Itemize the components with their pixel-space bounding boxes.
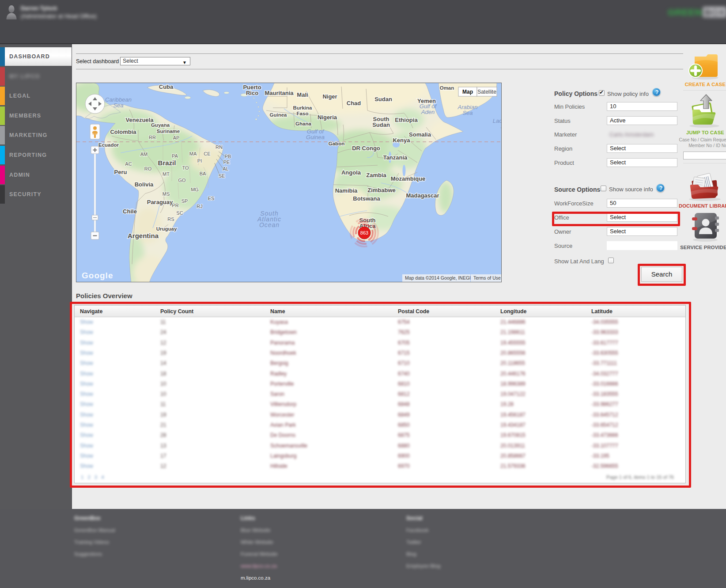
page-link[interactable]: 1	[81, 474, 83, 480]
footer-link[interactable]: Funeral Website	[241, 551, 278, 557]
google-logo: Google	[82, 271, 113, 280]
footer-link[interactable]: Employee Blog	[406, 563, 440, 569]
cell-latitude: -33.016666	[591, 381, 618, 387]
form-select[interactable]: Select	[607, 213, 677, 222]
map-label: AL	[223, 166, 228, 171]
cell-navigate[interactable]: Show	[80, 350, 93, 356]
select-dashboard-label: Select dashboard	[76, 58, 119, 64]
sidebar-item-dashboard[interactable]: DASHBOARD	[0, 47, 72, 67]
sidebar-item-reporting[interactable]: REPORTING	[0, 146, 72, 166]
sidebar-item-label: SECURITY	[9, 185, 42, 204]
map-label: Chile	[123, 208, 137, 215]
footer-link[interactable]: Blue Website	[241, 527, 278, 533]
cell-navigate[interactable]: Show	[80, 422, 93, 428]
footer-link[interactable]: Training Videos	[74, 539, 115, 545]
cell-latitude: -33.195	[591, 453, 609, 459]
footer-link[interactable]: Blog	[406, 551, 440, 557]
footer-link[interactable]: Suggestions	[74, 551, 115, 557]
form-label: Product	[554, 159, 574, 166]
map-label: Gulf ofAden	[420, 103, 437, 115]
jump-to-case-icon[interactable]	[687, 94, 722, 128]
cell-name: Saron	[270, 391, 284, 397]
cell-name: Bridgetown	[270, 329, 297, 335]
cell-navigate[interactable]: Show	[80, 381, 93, 387]
google-map[interactable]: CubaPuertoRicoCaribbeanSeaVenezuelaGuyan…	[76, 83, 502, 282]
form-input[interactable]	[607, 241, 677, 250]
cell-navigate[interactable]: Show	[80, 443, 93, 449]
table-row: Show19Noordhoek671520.865556-33.630555	[75, 348, 685, 358]
create-case-label[interactable]: CREATE A CASE	[685, 82, 726, 87]
page-link[interactable]: 4	[101, 474, 104, 480]
source-help-icon[interactable]	[656, 184, 665, 192]
show-source-info-label: Show source info	[609, 186, 653, 193]
form-select[interactable]: Select	[607, 227, 677, 236]
footer-link[interactable]: GreenBox Manual	[74, 527, 115, 533]
search-button[interactable]: Search	[641, 267, 682, 282]
form-select[interactable]: Select	[607, 158, 677, 167]
cell-navigate[interactable]: Show	[80, 432, 93, 438]
cell-postal-code: 6754	[398, 319, 410, 325]
form-input[interactable]: 10	[607, 102, 677, 111]
cell-name: Noordhoek	[270, 350, 296, 356]
footer-link[interactable]: m.lipco.co.za	[241, 575, 278, 580]
dashboard-select[interactable]: Select ▼	[120, 57, 190, 65]
policy-help-icon[interactable]	[652, 88, 661, 96]
create-case-icon[interactable]	[688, 52, 720, 80]
page-link[interactable]: 3	[95, 474, 97, 480]
cell-navigate[interactable]: Show	[80, 319, 93, 325]
cell-navigate[interactable]: Show	[80, 371, 93, 377]
map-label: Mozambique	[391, 175, 426, 182]
cell-name: Avian Park	[270, 422, 296, 428]
policies-overview-title: Policies Overview	[76, 292, 132, 300]
sidebar-item-members[interactable]: MEMBERS	[0, 106, 72, 126]
map-label: Madagascar	[406, 192, 439, 199]
sidebar-item-security[interactable]: SECURITY	[0, 185, 72, 205]
cell-navigate[interactable]: Show	[80, 340, 93, 346]
user-role: (Administrator at Head Office)	[21, 13, 97, 19]
cell-name: Villiersdorp	[270, 401, 296, 407]
show-policy-info-checkbox[interactable]	[599, 90, 605, 96]
document-library-icon[interactable]	[686, 168, 724, 201]
case-number-input[interactable]	[683, 152, 726, 159]
terms-of-use-link[interactable]: Terms of Use	[473, 275, 501, 281]
cell-latitude: -33.183555	[591, 391, 618, 397]
footer-link[interactable]: www.lipco.co.za	[241, 563, 278, 569]
page-link[interactable]: 2	[87, 474, 90, 480]
sidebar-item-legal[interactable]: LEGAL	[0, 87, 72, 106]
map-label: AP	[173, 135, 180, 140]
cell-navigate[interactable]: Show	[80, 329, 93, 335]
satellite-button-label: Satellite	[477, 89, 496, 95]
form-input[interactable]: Active	[607, 116, 677, 125]
footer-link[interactable]: White Website	[241, 539, 278, 545]
cell-navigate[interactable]: Show	[80, 412, 93, 418]
cell-latitude: -33.107777	[591, 443, 618, 449]
service-provider-label[interactable]: SERVICE PROVIDER	[680, 245, 726, 250]
footer-link[interactable]: Twitter	[406, 539, 440, 545]
rail-separator	[683, 90, 726, 91]
map-pan-control[interactable]	[85, 94, 105, 114]
service-provider-icon[interactable]	[689, 211, 721, 242]
cell-navigate[interactable]: Show	[80, 453, 93, 459]
case-hint-line1: Case No / Claim Request No	[679, 137, 726, 142]
sidebar-item-marketing[interactable]: MARKETING	[0, 126, 72, 146]
map-label: Ethiopia	[395, 117, 418, 123]
cell-navigate[interactable]: Show	[80, 391, 93, 397]
cell-navigate[interactable]: Show	[80, 463, 93, 469]
show-source-info-checkbox[interactable]	[601, 186, 606, 191]
sidebar-item-admin[interactable]: ADMIN	[0, 166, 72, 186]
dashboard-select-value: Select	[123, 58, 138, 64]
form-select[interactable]: Select	[607, 144, 677, 153]
map-label: PB	[225, 154, 231, 159]
jump-to-case-label[interactable]: JUMP TO CASE	[686, 130, 724, 135]
footer-link[interactable]: Facebook	[406, 527, 440, 533]
sidebar-item-my-lipco[interactable]: MY LIPCO	[0, 67, 72, 87]
show-latlang-checkbox[interactable]	[608, 258, 614, 263]
map-label: Guyana	[151, 122, 170, 128]
document-library-label[interactable]: DOCUMENT LIBRARY	[679, 203, 726, 209]
sidebar-item-color-strip	[0, 87, 5, 105]
cell-navigate[interactable]: Show	[80, 401, 93, 407]
map-label: Mali	[297, 91, 308, 98]
sidebar-item-color-strip	[0, 185, 5, 204]
cell-navigate[interactable]: Show	[80, 360, 93, 366]
form-input[interactable]: 50	[607, 199, 677, 208]
